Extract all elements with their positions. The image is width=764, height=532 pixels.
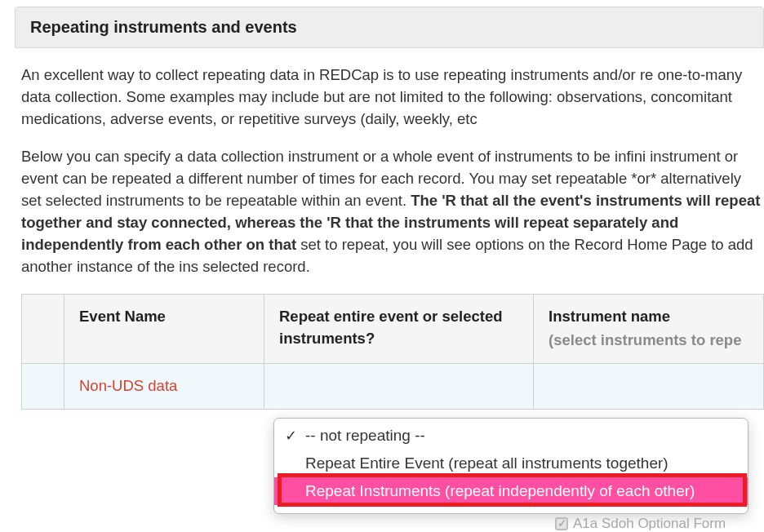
instrument-label: A1a Sdoh Optional Form [573,516,726,532]
intro-paragraph-1: An excellent way to collect repeating da… [21,64,764,130]
col-instrument: Instrument name (select instruments to r… [534,295,764,364]
panel-body: An excellent way to collect repeating da… [15,48,764,410]
row-instrument-cell [534,363,764,409]
row-event-label: Non-UDS data [64,363,264,409]
dropdown-option-repeat-entire-event[interactable]: Repeat Entire Event (repeat all instrume… [274,450,748,477]
intro-paragraph-2: Below you can specify a data collection … [21,146,764,277]
checkbox-icon[interactable] [555,517,568,530]
panel-title: Repeating instruments and events [15,7,764,48]
repeat-type-dropdown[interactable]: -- not repeating -- Repeat Entire Event … [273,418,748,514]
row-handle[interactable] [22,363,64,409]
dropdown-option-repeat-instruments[interactable]: Repeat Instruments (repeat independently… [274,477,748,505]
col-handle [22,295,64,364]
dropdown-option-not-repeating[interactable]: -- not repeating -- [274,422,748,450]
instrument-checkbox-row: A1a Sdoh Optional Form [555,516,726,532]
col-event-name: Event Name [64,295,264,364]
col-repeat: Repeat entire event or selected instrume… [264,295,534,364]
table-row: Non-UDS data [22,363,764,409]
row-repeat-select-cell[interactable] [264,363,534,409]
repeat-table: Event Name Repeat entire event or select… [21,294,764,409]
